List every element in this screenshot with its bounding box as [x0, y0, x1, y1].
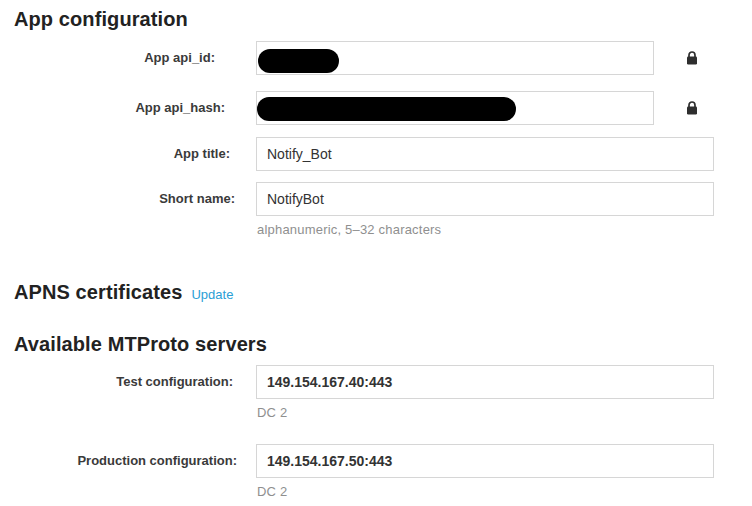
short-name-hint: alphanumeric, 5–32 characters	[256, 222, 714, 237]
api-hash-label: App api_hash:	[14, 91, 244, 125]
production-configuration-input[interactable]	[256, 444, 714, 478]
app-title-label: App title:	[14, 137, 244, 171]
app-title-field	[256, 137, 714, 171]
production-configuration-label: Production configuration:	[14, 444, 244, 478]
page-title: App configuration	[14, 6, 752, 32]
redaction-overlay	[258, 49, 339, 73]
apns-section-header: APNS certificates Update	[14, 279, 752, 305]
app-title-input[interactable]	[256, 137, 714, 171]
short-name-input[interactable]	[256, 182, 714, 216]
test-configuration-label: Test configuration:	[14, 365, 244, 399]
short-name-field: alphanumeric, 5–32 characters	[256, 182, 714, 237]
form-row-api-hash: App api_hash:	[14, 91, 752, 125]
lock-icon	[686, 101, 698, 115]
section-title-apns: APNS certificates	[14, 279, 182, 305]
api-id-label: App api_id:	[14, 41, 244, 75]
production-dc-hint: DC 2	[256, 484, 714, 499]
lock-icon	[686, 51, 698, 65]
form-row-short-name: Short name: alphanumeric, 5–32 character…	[14, 182, 752, 237]
app-configuration-page: App configuration App api_id: App api_ha…	[0, 6, 752, 499]
api-id-field	[256, 41, 654, 75]
production-configuration-field: DC 2	[256, 444, 714, 499]
short-name-label: Short name:	[14, 182, 244, 216]
test-configuration-field: DC 2	[256, 365, 714, 420]
form-row-production-configuration: Production configuration: DC 2	[14, 444, 752, 499]
form-row-api-id: App api_id:	[14, 41, 752, 75]
redaction-overlay	[257, 97, 516, 121]
update-link[interactable]: Update	[191, 287, 233, 302]
section-title-mtproto: Available MTProto servers	[14, 331, 752, 357]
form-row-test-configuration: Test configuration: DC 2	[14, 365, 752, 420]
test-configuration-input[interactable]	[256, 365, 714, 399]
api-hash-field	[256, 91, 654, 125]
form-row-app-title: App title:	[14, 137, 752, 171]
test-dc-hint: DC 2	[256, 405, 714, 420]
